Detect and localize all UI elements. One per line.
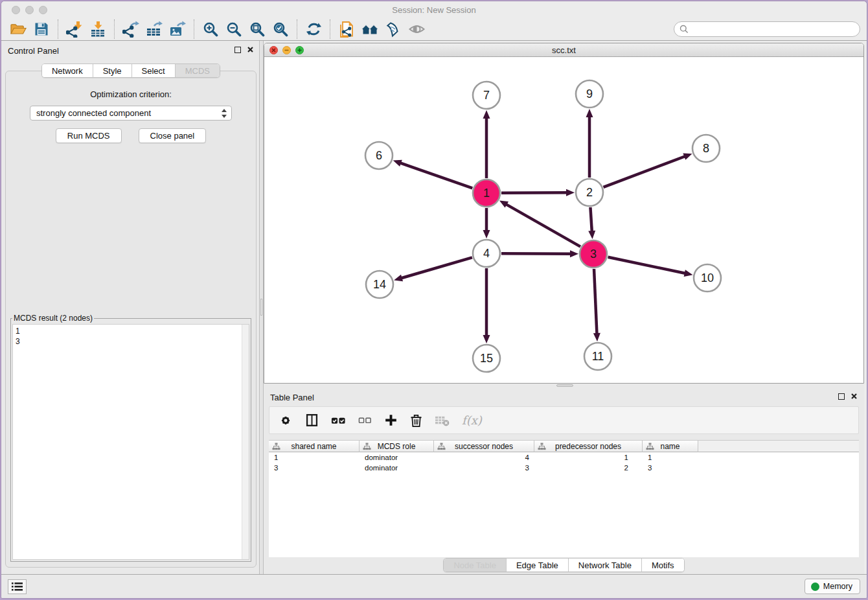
splitter-handle[interactable]	[556, 384, 573, 387]
tab-network[interactable]: Network	[42, 64, 93, 77]
zoom-fit-icon[interactable]	[246, 19, 269, 39]
refresh-icon[interactable]	[302, 19, 325, 39]
table-row[interactable]: 3dominator323	[269, 463, 859, 473]
column-header-shared-name[interactable]: shared name	[269, 441, 360, 452]
arrowhead-icon	[588, 231, 595, 239]
edge-1-2[interactable]	[501, 192, 567, 193]
graph-node-7[interactable]: 7	[473, 82, 500, 109]
import-network-icon[interactable]	[63, 19, 86, 39]
edge-3-1[interactable]	[506, 204, 580, 247]
float-panel-icon[interactable]	[234, 47, 241, 53]
optimization-criterion-dropdown[interactable]: strongly connected component	[30, 106, 232, 121]
mcds-result-title: MCDS result (2 nodes)	[12, 314, 94, 323]
splitter-handle[interactable]	[260, 299, 262, 316]
graph-node-6[interactable]: 6	[365, 142, 393, 169]
tab-node-table[interactable]: Node Table	[444, 559, 506, 571]
eye-icon	[405, 19, 428, 39]
graph-node-11[interactable]: 11	[584, 343, 611, 370]
gear-icon[interactable]	[279, 412, 293, 429]
tab-edge-table[interactable]: Edge Table	[506, 559, 568, 571]
edge-4-14[interactable]	[401, 257, 472, 278]
svg-text:7: 7	[483, 89, 490, 102]
edge-3-10[interactable]	[608, 257, 686, 273]
graph-node-2[interactable]: 2	[576, 179, 603, 206]
result-scrollbar[interactable]	[242, 325, 249, 559]
arrowhead-icon	[483, 230, 490, 238]
columns-icon[interactable]	[305, 412, 319, 429]
edge-4-3[interactable]	[501, 253, 571, 254]
trash-icon[interactable]	[410, 412, 422, 429]
network-zoom-icon[interactable]	[295, 46, 304, 54]
close-panel-button[interactable]: Close panel	[139, 128, 207, 143]
node-table: shared nameMCDS rolesuccessor nodesprede…	[269, 440, 859, 557]
graph-node-1[interactable]: 1	[473, 179, 500, 207]
close-window-icon[interactable]	[12, 6, 20, 14]
tab-style[interactable]: Style	[93, 64, 131, 77]
select-all-icon[interactable]	[331, 412, 346, 429]
minimize-window-icon[interactable]	[25, 6, 34, 14]
close-panel-icon[interactable]	[247, 46, 254, 53]
task-history-button[interactable]	[8, 579, 27, 594]
open-file-icon[interactable]	[6, 19, 30, 39]
column-header-successor-nodes[interactable]: successor nodes	[434, 441, 534, 452]
svg-text:3: 3	[590, 248, 597, 260]
search-input[interactable]	[689, 23, 860, 36]
graph-node-10[interactable]: 10	[694, 264, 721, 292]
search-box[interactable]	[674, 21, 860, 37]
cell: 3	[434, 463, 534, 473]
edge-1-6[interactable]	[400, 163, 472, 188]
home-icon[interactable]	[358, 19, 382, 39]
network-close-icon[interactable]	[269, 46, 278, 54]
float-panel-icon[interactable]	[838, 393, 845, 400]
edge-3-11[interactable]	[594, 269, 597, 334]
cell: 3	[269, 463, 360, 473]
export-table-icon[interactable]	[143, 19, 166, 39]
zoom-selected-icon[interactable]	[269, 19, 292, 39]
toolbar-separator	[114, 19, 115, 39]
network-window-titlebar[interactable]: scc.txt	[264, 43, 863, 57]
arrowhead-icon	[684, 270, 693, 277]
mcds-result-textarea[interactable]: 1 3	[12, 324, 249, 560]
column-header-predecessor-nodes[interactable]: predecessor nodes	[534, 441, 643, 452]
run-mcds-button[interactable]: Run MCDS	[56, 128, 122, 143]
network-canvas[interactable]: 7968124314101511	[264, 58, 863, 383]
import-table-icon[interactable]	[86, 19, 109, 39]
table-row[interactable]: 1dominator411	[269, 452, 859, 463]
list-icon	[11, 581, 23, 592]
control-panel-tabs: NetworkStyleSelectMCDS	[1, 63, 260, 78]
duplicate-network-icon[interactable]	[335, 19, 358, 39]
graph-node-9[interactable]: 9	[576, 80, 603, 108]
edge-2-8[interactable]	[604, 156, 686, 187]
graph-node-3[interactable]: 3	[580, 240, 607, 268]
zoom-window-icon[interactable]	[39, 6, 47, 14]
dropdown-stepper-icon	[221, 108, 228, 119]
memory-button[interactable]: Memory	[805, 579, 860, 594]
tab-select[interactable]: Select	[131, 64, 175, 77]
tab-mcds[interactable]: MCDS	[175, 64, 220, 77]
tab-motifs[interactable]: Motifs	[641, 559, 684, 571]
flag-icon[interactable]	[382, 19, 405, 39]
zoom-out-icon[interactable]	[222, 19, 246, 39]
save-icon[interactable]	[30, 19, 53, 39]
export-image-icon[interactable]	[166, 19, 189, 39]
close-panel-icon[interactable]	[851, 393, 858, 400]
column-header-name[interactable]: name	[643, 441, 698, 452]
column-header-MCDS-role[interactable]: MCDS role	[360, 441, 434, 452]
cell: 4	[434, 452, 534, 463]
edge-2-3[interactable]	[590, 207, 591, 232]
export-network-icon[interactable]	[119, 19, 143, 39]
tab-network-table[interactable]: Network Table	[568, 559, 641, 571]
graph-node-15[interactable]: 15	[473, 345, 500, 372]
graph-node-4[interactable]: 4	[473, 240, 500, 267]
graph-node-8[interactable]: 8	[692, 135, 720, 162]
network-minimize-icon[interactable]	[282, 46, 291, 54]
add-icon[interactable]	[384, 412, 398, 429]
vertical-splitter[interactable]	[259, 41, 264, 574]
zoom-in-icon[interactable]	[199, 19, 222, 39]
graph-node-14[interactable]: 14	[366, 271, 393, 298]
svg-text:15: 15	[480, 352, 493, 365]
deselect-all-icon[interactable]	[358, 412, 372, 429]
window-traffic-lights	[12, 6, 47, 14]
arrowhead-icon	[394, 275, 403, 282]
arrowhead-icon	[683, 154, 692, 160]
